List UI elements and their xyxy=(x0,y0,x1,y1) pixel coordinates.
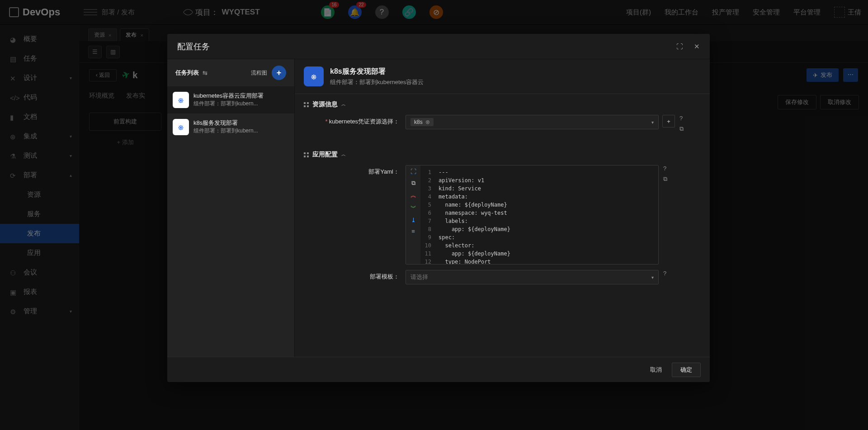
line-numbers: 123456789101112 xyxy=(420,165,434,264)
modal-footer: 取消 确定 xyxy=(167,357,710,382)
help-icon[interactable]: ? xyxy=(663,165,667,172)
add-task-button[interactable]: + xyxy=(272,66,286,80)
fullscreen-icon[interactable]: ⛶ xyxy=(410,168,416,175)
grid-icon xyxy=(304,152,309,157)
template-select[interactable]: 请选择 ▾ xyxy=(406,270,659,284)
select-tag: k8s⊗ xyxy=(410,118,434,126)
task-item[interactable]: ⎈ k8s服务发现部署 组件部署：部署到kubern... xyxy=(167,113,294,141)
template-placeholder: 请选择 xyxy=(410,273,428,281)
credential-select[interactable]: k8s⊗ ▾ xyxy=(406,115,659,129)
config-header: ⎈ k8s服务发现部署 组件部署：部署到kubernetes容器云 xyxy=(295,59,710,94)
maximize-icon[interactable]: ⛶ xyxy=(676,43,683,51)
modal-body: 任务列表 ⇆ 流程图 + ⎈ kubernetes容器云应用部署 组件部署：部署… xyxy=(167,59,710,357)
kubernetes-icon: ⎈ xyxy=(173,92,189,108)
close-icon[interactable]: ✕ xyxy=(694,43,700,51)
yaml-editor[interactable]: ⛶ ⧉ ︽ ︾ ⤓ ≡ 123456789101112 --- apiVersi… xyxy=(406,165,659,265)
copy-icon[interactable]: ⧉ xyxy=(679,125,684,132)
task-title: k8s服务发现部署 xyxy=(193,119,258,127)
add-credential-button[interactable]: + xyxy=(662,115,675,128)
task-title: kubernetes容器云应用部署 xyxy=(193,92,264,100)
modal-cancel-button[interactable]: 取消 xyxy=(646,363,666,377)
task-item[interactable]: ⎈ kubernetes容器云应用部署 组件部署：部署到kubern... xyxy=(167,86,294,113)
flowchart-link[interactable]: 流程图 xyxy=(251,69,267,77)
task-subtitle: 组件部署：部署到kubern... xyxy=(193,127,258,135)
editor-toolbar: ⛶ ⧉ ︽ ︾ ⤓ ≡ xyxy=(406,165,420,264)
section-header[interactable]: 资源信息︿ xyxy=(304,100,701,109)
remove-tag-icon[interactable]: ⊗ xyxy=(425,119,430,125)
config-panel: ⎈ k8s服务发现部署 组件部署：部署到kubernetes容器云 资源信息︿ … xyxy=(295,59,710,357)
import-icon[interactable]: ⤓ xyxy=(411,217,416,223)
appconfig-section: 应用配置︿ 部署Yaml： ⛶ ⧉ ︽ ︾ ⤓ ≡ xyxy=(295,144,710,296)
flow-icon: ⇆ xyxy=(203,70,208,76)
task-list-panel: 任务列表 ⇆ 流程图 + ⎈ kubernetes容器云应用部署 组件部署：部署… xyxy=(167,59,295,357)
list-icon[interactable]: ≡ xyxy=(411,228,415,235)
chevron-down-icon: ▾ xyxy=(651,275,654,280)
template-label: 部署模板： xyxy=(304,270,406,281)
resource-section: 资源信息︿ *kubernetes凭证资源选择： k8s⊗ ▾ + ? ⧉ xyxy=(295,94,710,144)
modal-header: 配置任务 ⛶ ✕ xyxy=(167,34,710,59)
chevron-up-icon: ︿ xyxy=(341,151,346,158)
help-icon[interactable]: ? xyxy=(679,115,684,122)
config-subtitle: 组件部署：部署到kubernetes容器云 xyxy=(330,78,424,86)
template-row: 部署模板： 请选择 ▾ ? xyxy=(304,270,701,284)
yaml-row: 部署Yaml： ⛶ ⧉ ︽ ︾ ⤓ ≡ 123456789101112 xyxy=(304,165,701,265)
chevron-up-icon: ︿ xyxy=(341,101,346,108)
section-header[interactable]: 应用配置︿ xyxy=(304,151,701,159)
config-task-modal: 配置任务 ⛶ ✕ 任务列表 ⇆ 流程图 + ⎈ kubernetes容器云应用部… xyxy=(167,34,710,382)
modal-title: 配置任务 xyxy=(177,41,210,52)
task-subtitle: 组件部署：部署到kubern... xyxy=(193,100,264,108)
copy-icon[interactable]: ⧉ xyxy=(663,175,667,183)
credential-row: *kubernetes凭证资源选择： k8s⊗ ▾ + ? ⧉ xyxy=(304,115,701,132)
modal-ok-button[interactable]: 确定 xyxy=(672,363,701,377)
yaml-label: 部署Yaml： xyxy=(304,165,406,176)
help-icon[interactable]: ? xyxy=(663,270,666,277)
credential-label: *kubernetes凭证资源选择： xyxy=(304,115,406,126)
grid-icon xyxy=(304,102,309,107)
code-content[interactable]: --- apiVersion: v1 kind: Service metadat… xyxy=(434,165,658,264)
kubernetes-icon: ⎈ xyxy=(173,119,189,135)
task-list-header: 任务列表 ⇆ 流程图 + xyxy=(167,59,294,86)
expand-down-icon[interactable]: ︾ xyxy=(410,204,416,212)
config-title: k8s服务发现部署 xyxy=(330,67,424,76)
copy-icon[interactable]: ⧉ xyxy=(411,180,415,187)
collapse-up-icon[interactable]: ︽ xyxy=(410,191,416,199)
chevron-down-icon: ▾ xyxy=(651,120,654,125)
kubernetes-icon: ⎈ xyxy=(304,66,324,86)
